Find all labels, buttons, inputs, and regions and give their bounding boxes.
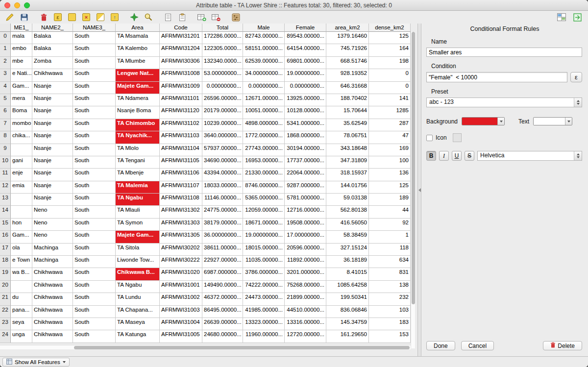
row-number[interactable]: 0 [0,32,11,44]
cell-dense-km2[interactable]: 198 [369,57,411,69]
cell-dense-km2[interactable]: 164 [369,44,411,56]
cell-name3[interactable]: South [73,119,116,131]
cell-area-km2[interactable]: 836.06846 [326,306,369,318]
cell-dense-km2[interactable]: 0 [369,82,411,94]
cell-total[interactable]: 46372.00000... [202,293,243,305]
cell-code[interactable]: AFRMWI31201 [160,32,202,44]
row-number[interactable]: 6 [0,106,11,119]
cell-male[interactable]: 74222.00000... [243,281,285,293]
cell-dense-km2[interactable]: 232 [369,293,411,305]
cell-area[interactable]: TA Mlolo [116,144,160,156]
cell-total[interactable]: 122305.0000... [202,44,243,56]
cell-area[interactable]: TA Kalembo [116,44,160,56]
cell-female[interactable]: 13925.00000... [285,94,326,106]
cell-name1[interactable]: e Town [11,256,32,268]
cell-area-km2[interactable]: 58.38459 [326,231,369,243]
cell-female[interactable]: 0.00000000... [285,82,326,94]
cell-name1[interactable]: Gam... [11,231,32,243]
column-header-area[interactable]: Area [116,24,160,32]
row-number[interactable]: 2 [0,57,11,69]
row-number[interactable]: 15 [0,219,11,231]
cell-male[interactable]: 8746.000000... [243,181,285,194]
cell-male[interactable]: 3786.000000... [243,268,285,280]
cell-name2[interactable]: Nsanje [32,94,73,106]
cell-area[interactable]: TA Ngabu [116,281,160,293]
row-number[interactable]: 3 [0,69,11,81]
cell-female[interactable]: 20596.00000... [285,244,326,256]
cell-code[interactable]: AFRMWI31305 [160,231,202,243]
cell-male[interactable]: 58151.00000... [243,44,285,56]
cell-name1[interactable]: unga [11,330,32,343]
cell-female[interactable]: 44510.00000... [285,306,326,318]
cell-area-km2[interactable]: 562.80138 [326,206,369,218]
cell-female[interactable]: 5781.000000... [285,194,326,206]
cell-area[interactable]: TA Nyachik... [116,131,160,144]
column-header-name2[interactable]: NAME2_ [32,24,73,32]
pan-to-selection-icon[interactable] [128,12,140,23]
cell-name1[interactable]: enje [11,169,32,181]
cell-name3[interactable]: South [73,69,116,81]
column-header-female[interactable]: Female [285,24,326,32]
move-selection-to-top-icon[interactable]: ↑ [109,12,121,23]
cell-name3[interactable]: South [73,131,116,144]
cell-area[interactable]: TA Ngabu [116,194,160,206]
cell-dense-km2[interactable]: 0 [369,69,411,81]
cell-name1[interactable]: embo [11,44,32,56]
cell-male[interactable]: 41985.00000... [243,306,285,318]
cell-name2[interactable]: Nsanje [32,169,73,181]
cell-name1[interactable]: hon [11,219,32,231]
cell-name3[interactable]: South [73,330,116,343]
cell-area-km2[interactable]: 59.03138 [326,194,369,206]
cell-name2[interactable]: Nsanje [32,144,73,156]
row-number[interactable]: 12 [0,181,11,194]
row-number[interactable]: 1 [0,44,11,56]
cell-name2[interactable]: Chikhwawa [32,293,73,305]
cell-total[interactable]: 0.00000000... [202,82,243,94]
cell-female[interactable]: 17737.00000... [285,156,326,169]
cell-area[interactable]: TA Tengani [116,156,160,169]
cell-area-km2[interactable]: 15.70644 [326,106,369,119]
cell-name2[interactable]: Nsanje [32,181,73,194]
cell-name1[interactable]: chika... [11,131,32,144]
cell-male[interactable]: 11035.00000... [243,256,285,268]
cell-total[interactable]: 11146.00000... [202,194,243,206]
cell-female[interactable]: 64154.00000... [285,44,326,56]
cell-male[interactable]: 62539.00000... [243,57,285,69]
cell-female[interactable]: 30194.00000... [285,144,326,156]
cell-area[interactable]: TA Maseya [116,318,160,330]
strikethrough-button[interactable]: S [465,151,474,161]
cell-area-km2[interactable]: 1379.16460 [326,32,369,44]
header-corner[interactable] [0,24,11,32]
cell-male[interactable]: 10051.00000... [243,106,285,119]
cell-name1[interactable]: du [11,293,32,305]
cell-code[interactable]: AFRMWI30202 [160,244,202,256]
cell-name3[interactable]: South [73,144,116,156]
cell-name1[interactable]: pana... [11,306,32,318]
font-select[interactable]: Helvetica [477,151,582,161]
delete-rule-button[interactable]: Delete [543,341,582,350]
rule-name-input[interactable] [426,48,582,57]
copy-icon[interactable] [162,12,174,23]
cell-total[interactable]: 10239.00000... [202,119,243,131]
feature-filter-dropdown[interactable]: Show All Features [2,358,70,367]
cell-dense-km2[interactable]: 138 [369,281,411,293]
cell-name3[interactable]: South [73,306,116,318]
cell-name2[interactable]: Balaka [32,32,73,44]
cell-female[interactable]: 89543.00000... [285,32,326,44]
cell-area-km2[interactable]: 1085.64258 [326,281,369,293]
cell-area-km2[interactable]: 745.71926 [326,44,369,56]
row-number[interactable]: 24 [0,330,11,343]
delete-features-icon[interactable] [38,12,49,23]
cell-female[interactable]: 3201.000000... [285,268,326,280]
cell-total[interactable]: 149490.0000... [202,281,243,293]
cell-female[interactable]: 12716.00000... [285,206,326,218]
cell-name3[interactable]: South [73,281,116,293]
cell-code[interactable]: AFRMWI31204 [160,44,202,56]
cell-area[interactable]: TA Chimombo [116,119,160,131]
row-number[interactable]: 20 [0,281,11,293]
cell-dense-km2[interactable]: 44 [369,206,411,218]
cell-name3[interactable]: South [73,256,116,268]
cell-name1[interactable]: emia [11,181,32,194]
cell-name3[interactable]: South [73,82,116,94]
horizontal-scrollbar-thumb[interactable] [74,346,410,349]
